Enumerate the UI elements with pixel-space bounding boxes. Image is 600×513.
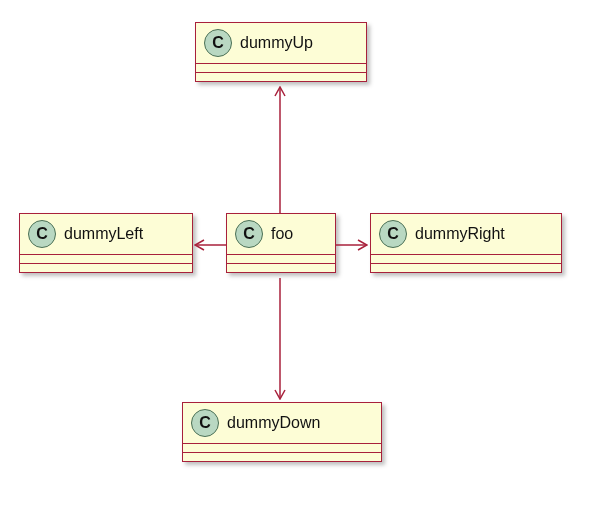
class-name: foo [271,225,293,243]
class-header: C dummyDown [183,403,381,443]
class-dummyLeft: C dummyLeft [19,213,193,273]
class-op-slot [371,264,561,272]
class-foo: C foo [226,213,336,273]
class-name: dummyRight [415,225,505,243]
class-header: C foo [227,214,335,254]
class-attr-slot [227,255,335,263]
class-stereotype-icon: C [28,220,56,248]
class-header: C dummyUp [196,23,366,63]
class-name: dummyUp [240,34,313,52]
class-attr-slot [20,255,192,263]
class-name: dummyLeft [64,225,143,243]
class-op-slot [196,73,366,81]
class-header: C dummyLeft [20,214,192,254]
class-op-slot [20,264,192,272]
class-attr-slot [371,255,561,263]
class-op-slot [227,264,335,272]
class-dummyDown: C dummyDown [182,402,382,462]
class-op-slot [183,453,381,461]
class-header: C dummyRight [371,214,561,254]
class-attr-slot [196,64,366,72]
class-name: dummyDown [227,414,320,432]
class-stereotype-icon: C [379,220,407,248]
class-attr-slot [183,444,381,452]
uml-diagram: { "diagram": { "type": "uml-class-diagra… [0,0,600,513]
class-dummyRight: C dummyRight [370,213,562,273]
class-dummyUp: C dummyUp [195,22,367,82]
class-stereotype-icon: C [204,29,232,57]
class-stereotype-icon: C [191,409,219,437]
class-stereotype-icon: C [235,220,263,248]
